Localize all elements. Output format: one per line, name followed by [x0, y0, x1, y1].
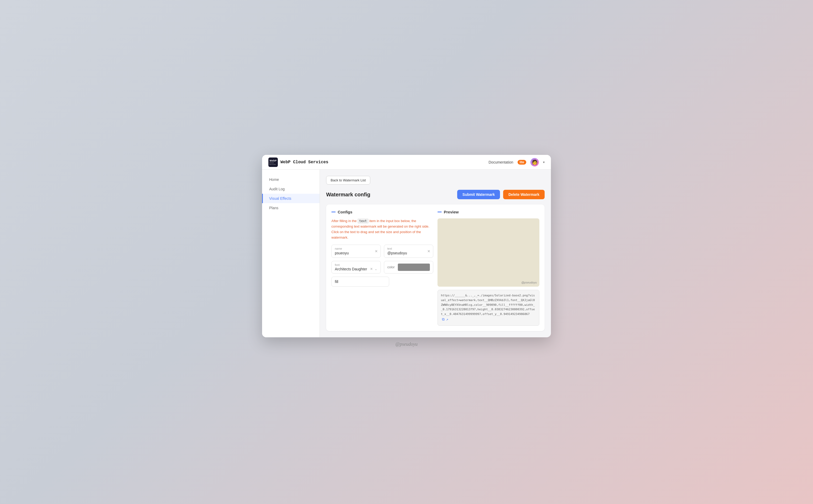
avatar-image: 🧑	[532, 159, 538, 165]
preview-watermark-text: @pseudoyu	[521, 281, 537, 284]
preview-image-area: @pseudoyu	[438, 218, 539, 287]
preview-title: Preview	[444, 210, 459, 214]
configs-title: Configs	[338, 210, 352, 214]
back-button[interactable]: Back to Watermark List	[326, 176, 370, 185]
text-input[interactable]	[387, 251, 425, 255]
logo-box: WebP Cloud Services	[268, 157, 278, 167]
content-area: Back to Watermark List Watermark config …	[320, 170, 551, 337]
configs-header: Configs	[331, 210, 433, 214]
config-panel: Configs After filling in the text item i…	[331, 210, 433, 325]
text-field: text ✕	[384, 245, 433, 258]
configs-header-bar	[331, 212, 335, 212]
text-clear-icon[interactable]: ✕	[427, 249, 431, 253]
font-label: font	[335, 263, 377, 266]
font-field-row: Architects Daughter ✕ ⌄	[335, 267, 377, 271]
logo-area: WebP Cloud Services WebP Cloud Services	[268, 157, 328, 167]
header-actions: Submit Watermark Delete Watermark	[457, 190, 545, 199]
sidebar-item-audit-log[interactable]: Audit Log	[262, 184, 319, 194]
fill-label: fill	[335, 280, 338, 284]
name-input[interactable]	[335, 251, 372, 255]
preview-header: Preview	[438, 210, 539, 214]
preview-panel: Preview @pseudoyu https://______&..._,_=…	[438, 210, 539, 325]
instruction-code: text	[358, 219, 368, 223]
documentation-link[interactable]: Documentation	[489, 160, 513, 164]
open-external-icon[interactable]: ↗	[446, 316, 448, 322]
url-box: https://______&..._,_=./images/Solarized…	[438, 290, 539, 325]
sidebar-item-plans[interactable]: Plans	[262, 203, 319, 213]
header-right: Documentation lite 🧑 ▾	[489, 158, 545, 166]
sidebar-item-visual-effects[interactable]: Visual Effects	[262, 194, 319, 203]
logo-text-main: WebP	[270, 159, 277, 162]
text-label: text	[387, 247, 430, 250]
app-window: WebP Cloud Services WebP Cloud Services …	[262, 155, 551, 337]
font-color-row: font Architects Daughter ✕ ⌄ color	[331, 261, 433, 274]
font-dropdown-icon[interactable]: ⌄	[374, 267, 377, 271]
logo-text-sub: Cloud Services	[269, 162, 277, 165]
font-value: Architects Daughter	[335, 267, 367, 271]
fill-field[interactable]: fill	[331, 277, 389, 287]
sidebar: Home Audit Log Visual Effects Plans	[262, 170, 320, 337]
panels-container: Configs After filling in the text item i…	[326, 204, 545, 331]
submit-watermark-button[interactable]: Submit Watermark	[457, 190, 500, 199]
delete-watermark-button[interactable]: Delete Watermark	[503, 190, 545, 199]
app-title: WebP Cloud Services	[280, 160, 328, 165]
plan-badge: lite	[518, 160, 526, 165]
font-clear-icon[interactable]: ✕	[370, 267, 373, 271]
instruction-part1: After filling in the	[331, 219, 356, 223]
preview-header-bar	[438, 212, 442, 212]
account-chevron-icon[interactable]: ▾	[543, 160, 545, 164]
name-field: name ✕	[331, 245, 381, 258]
sidebar-item-home[interactable]: Home	[262, 175, 319, 184]
instruction-text: After filling in the text item in the in…	[331, 218, 433, 240]
header: WebP Cloud Services WebP Cloud Services …	[262, 155, 551, 170]
url-actions: ⧉ ↗	[442, 316, 448, 322]
page-title: Watermark config	[326, 192, 370, 198]
font-field-icons: ✕ ⌄	[370, 267, 377, 271]
font-field: font Architects Daughter ✕ ⌄	[331, 261, 381, 274]
url-text: https://______&..._,_=./images/Solarized…	[441, 294, 535, 316]
main-layout: Home Audit Log Visual Effects Plans Back…	[262, 170, 551, 337]
color-label: color	[387, 265, 395, 269]
name-label: name	[335, 247, 377, 250]
name-clear-icon[interactable]: ✕	[375, 249, 378, 253]
bottom-watermark: @pseudoyu	[395, 337, 418, 349]
name-text-row: name ✕ text ✕	[331, 245, 433, 258]
avatar[interactable]: 🧑	[531, 158, 539, 166]
color-swatch[interactable]	[398, 264, 430, 271]
page-header: Watermark config Submit Watermark Delete…	[326, 190, 545, 199]
copy-icon[interactable]: ⧉	[442, 316, 445, 322]
color-field[interactable]: color	[384, 261, 433, 274]
